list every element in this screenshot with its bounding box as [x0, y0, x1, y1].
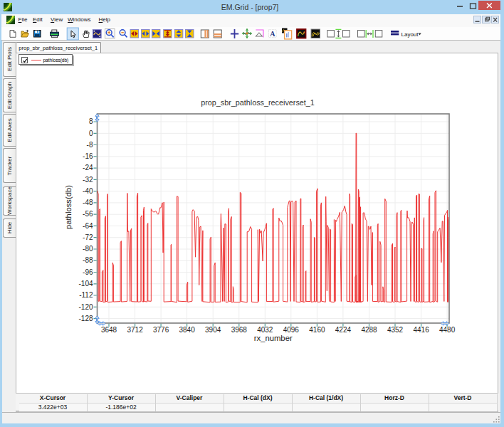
svg-text:3648: 3648	[101, 326, 117, 334]
svg-text:4032: 4032	[257, 326, 273, 334]
svg-text:-40: -40	[83, 187, 93, 195]
svg-text:8: 8	[89, 117, 93, 125]
svg-text:4160: 4160	[309, 326, 325, 334]
svg-text:-96: -96	[83, 268, 93, 276]
svg-text:3968: 3968	[231, 326, 248, 334]
svg-text:3904: 3904	[205, 326, 221, 334]
svg-text:-32: -32	[83, 176, 93, 184]
svg-text:-120: -120	[78, 303, 93, 311]
svg-text:-48: -48	[83, 199, 93, 206]
svg-text:0: 0	[89, 130, 93, 137]
svg-text:4352: 4352	[387, 326, 404, 334]
svg-text:-64: -64	[83, 222, 93, 230]
svg-text:-112: -112	[79, 291, 93, 299]
svg-text:-24: -24	[83, 164, 93, 172]
svg-text:pathloss(db): pathloss(db)	[64, 185, 73, 229]
svg-text:Layout: Layout	[401, 31, 419, 38]
svg-text:rx_number: rx_number	[254, 334, 293, 342]
svg-text:A: A	[270, 30, 275, 38]
svg-text:4480: 4480	[439, 326, 456, 334]
svg-text:4288: 4288	[361, 326, 377, 334]
svg-text:-72: -72	[83, 233, 93, 241]
svg-text:-88: -88	[83, 256, 93, 264]
svg-text:-16: -16	[83, 152, 93, 160]
svg-text:prop_sbr_pathloss_receiverset_: prop_sbr_pathloss_receiverset_1	[201, 98, 315, 107]
svg-text:3840: 3840	[179, 326, 195, 334]
svg-text:-104: -104	[78, 280, 93, 288]
svg-text:-128: -128	[78, 315, 93, 322]
svg-text:-80: -80	[83, 245, 93, 253]
svg-text:3776: 3776	[153, 326, 169, 334]
svg-text:-56: -56	[83, 210, 93, 218]
svg-text:4224: 4224	[335, 326, 352, 334]
svg-text:3712: 3712	[127, 326, 143, 334]
svg-text:4096: 4096	[283, 326, 300, 334]
svg-text:-8: -8	[87, 141, 93, 149]
svg-text:4416: 4416	[413, 326, 429, 334]
